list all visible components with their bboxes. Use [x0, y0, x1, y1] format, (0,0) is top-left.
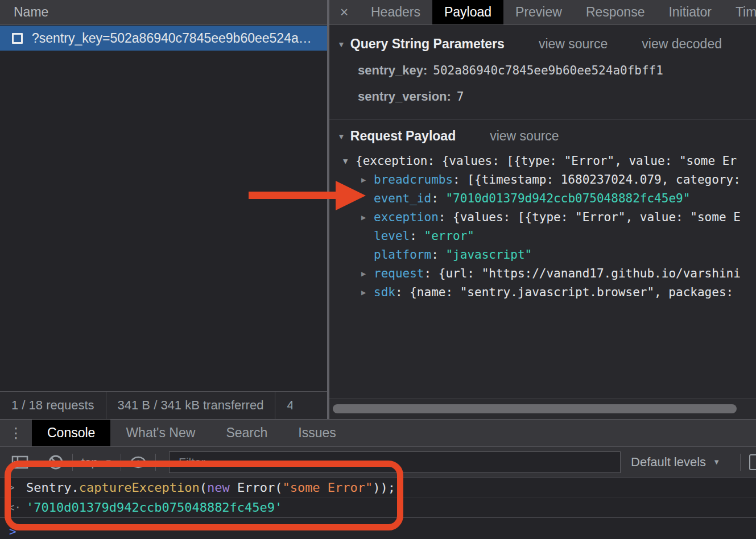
- console-plain-segment: (: [275, 480, 282, 495]
- console-plain-segment: .: [71, 480, 79, 495]
- console-sidebar-toggle-button[interactable]: [11, 455, 28, 470]
- payload-tree-row[interactable]: level: "error": [337, 226, 756, 245]
- request-payload-title[interactable]: Request Payload: [350, 128, 456, 144]
- payload-plain-segment: {exception: {values: [{type: "Error", va…: [356, 154, 737, 168]
- tab-preview[interactable]: Preview: [503, 0, 574, 24]
- chevron-down-icon[interactable]: ▼: [337, 132, 345, 141]
- log-levels-label: Default levels: [631, 455, 706, 470]
- status-item: 341 B / 341 kB transferred: [106, 398, 275, 413]
- live-expression-button[interactable]: [130, 456, 147, 468]
- status-item: 47: [275, 398, 292, 413]
- drawer-tab-what-s-new[interactable]: What's New: [110, 420, 210, 446]
- context-label: top: [81, 455, 98, 469]
- tab-response[interactable]: Response: [574, 0, 657, 24]
- payload-key-segment: request: [374, 267, 424, 280]
- console-plain-segment: Error: [237, 480, 275, 495]
- prompt-chevron-icon: >: [9, 525, 16, 538]
- payload-tree-row[interactable]: ▶exception: {values: [{type: "Error", va…: [337, 208, 756, 226]
- status-item: 1 / 18 requests: [0, 398, 106, 413]
- payload-key-segment: exception: [374, 210, 439, 224]
- settings-icon[interactable]: [749, 454, 756, 470]
- tab-timing[interactable]: Timing: [724, 0, 756, 24]
- console-keyword-segment: new: [207, 480, 230, 495]
- chevron-down-icon[interactable]: ▼: [337, 40, 345, 49]
- view-source-link[interactable]: view source: [490, 128, 559, 144]
- toolbar-separator: [72, 454, 73, 471]
- filter-placeholder: Filter: [179, 455, 205, 469]
- network-status-bar: 1 / 18 requests341 B / 341 kB transferre…: [0, 391, 327, 419]
- query-string-title[interactable]: Query String Parameters: [350, 36, 505, 52]
- tab-initiator[interactable]: Initiator: [656, 0, 723, 24]
- param-value: 7: [457, 90, 464, 103]
- pane-splitter[interactable]: [327, 0, 329, 419]
- horizontal-scrollbar-thumb[interactable]: [333, 404, 737, 413]
- console-plain-segment: [230, 480, 237, 495]
- param-name: sentry_version:: [358, 89, 451, 103]
- payload-tree-row[interactable]: ▼{exception: {values: [{type: "Error", v…: [337, 151, 756, 170]
- payload-plain-segment: : [{timestamp: 1680237024.079, category:: [453, 173, 741, 186]
- devtools-top-area: Name ?sentry_key=502a86940c7845ee9b60ee5…: [0, 0, 756, 419]
- view-decoded-link[interactable]: view decoded: [642, 36, 722, 52]
- payload-plain-segment: : {values: [{type: "Error", value: "some…: [439, 210, 741, 224]
- chevron-down-icon: ▼: [105, 458, 112, 466]
- console-result-row[interactable]: <·'7010d01379d942ccb075048882fc45e9': [0, 497, 756, 517]
- drawer-tab-issues[interactable]: Issues: [283, 420, 351, 446]
- console-filter-input[interactable]: Filter: [169, 451, 621, 473]
- console-toolbar: top ▼ Filter Default levels ▼: [0, 447, 756, 478]
- chevron-down-icon[interactable]: ▼: [343, 156, 356, 165]
- payload-plain-segment: :: [431, 192, 445, 205]
- drawer-tab-console[interactable]: Console: [32, 420, 110, 446]
- console-plain-segment: (: [200, 480, 207, 495]
- chevron-right-icon[interactable]: ▶: [361, 213, 374, 222]
- chevron-right-icon[interactable]: ▶: [361, 175, 374, 184]
- console-string-teal-segment: '7010d01379d942ccb075048882fc45e9': [26, 500, 282, 515]
- param-name: sentry_key:: [358, 63, 427, 77]
- tab-headers[interactable]: Headers: [359, 0, 432, 24]
- eye-icon: [130, 456, 147, 468]
- horizontal-scrollbar-track: [329, 399, 756, 419]
- payload-tree-row[interactable]: platform: "javascript": [337, 245, 756, 264]
- toolbar-separator: [121, 454, 121, 471]
- toolbar-separator: [740, 454, 741, 471]
- payload-plain-segment: :: [431, 248, 445, 262]
- payload-tree-row[interactable]: ▶sdk: {name: "sentry.javascript.browser"…: [337, 283, 756, 301]
- payload-string-segment: "javascript": [445, 248, 532, 262]
- payload-tree-row[interactable]: ▶request: {url: "https://vanand17.github…: [337, 264, 756, 283]
- request-payload-section: ▼ Request Payload view source ▼{exceptio…: [329, 119, 756, 301]
- javascript-context-selector[interactable]: top ▼: [81, 455, 112, 469]
- payload-key-segment: level: [374, 229, 410, 243]
- request-detail-pane: × HeadersPayloadPreviewResponseInitiator…: [329, 0, 756, 419]
- console-message-list: >Sentry.captureException(new Error("some…: [0, 478, 756, 517]
- console-variable-segment: Sentry: [26, 480, 71, 495]
- payload-key-segment: platform: [374, 248, 431, 262]
- input-chevron-icon: >: [8, 481, 26, 494]
- result-arrow-icon: <·: [8, 501, 26, 513]
- console-sidebar-icon: [11, 455, 28, 470]
- network-name-header-label: Name: [14, 5, 48, 20]
- payload-tree-row[interactable]: event_id: "7010d01379d942ccb075048882fc4…: [337, 189, 756, 208]
- payload-tree-row[interactable]: ▶breadcrumbs: [{timestamp: 1680237024.07…: [337, 170, 756, 189]
- view-source-link[interactable]: view source: [539, 36, 608, 52]
- drawer-menu-button[interactable]: ⋮: [0, 420, 32, 446]
- close-detail-button[interactable]: ×: [329, 0, 359, 24]
- payload-string-segment: "7010d01379d942ccb075048882fc45e9": [445, 192, 690, 205]
- log-levels-dropdown[interactable]: Default levels ▼: [631, 455, 720, 470]
- chevron-right-icon[interactable]: ▶: [361, 269, 374, 278]
- close-icon: ×: [340, 4, 349, 20]
- tab-payload[interactable]: Payload: [432, 0, 503, 24]
- query-param-row: sentry_version:7: [358, 89, 756, 104]
- query-param-row: sentry_key:502a86940c7845ee9b60ee524a0fb…: [358, 63, 756, 78]
- clear-console-button[interactable]: [48, 454, 64, 470]
- console-input-echo[interactable]: >Sentry.captureException(new Error("some…: [0, 478, 756, 497]
- drawer-tab-search[interactable]: Search: [210, 420, 283, 446]
- payload-plain-segment: :: [410, 229, 424, 243]
- console-drawer: ⋮ ConsoleWhat's NewSearchIssues top: [0, 419, 756, 539]
- network-request-row-selected[interactable]: ?sentry_key=502a86940c7845ee9b60ee524a…: [0, 26, 327, 51]
- console-prompt[interactable]: >: [0, 518, 756, 538]
- console-function-segment: captureException: [79, 480, 200, 495]
- chevron-right-icon[interactable]: ▶: [361, 288, 374, 297]
- network-name-column-header[interactable]: Name: [0, 0, 327, 25]
- payload-plain-segment: : {url: "https://vanand17.github.io/vars…: [424, 267, 741, 280]
- chevron-down-icon: ▼: [713, 458, 720, 466]
- payload-key-segment: event_id: [374, 192, 431, 205]
